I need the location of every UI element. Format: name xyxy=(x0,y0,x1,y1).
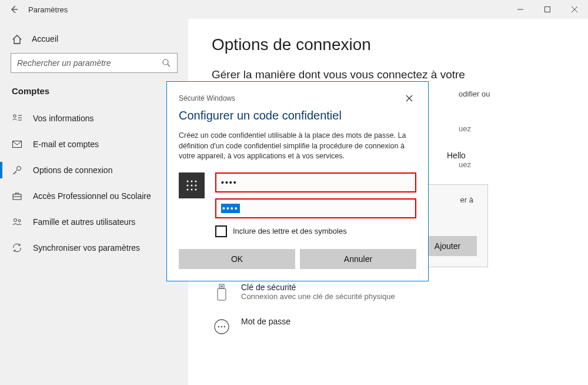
hello-title: Hello xyxy=(447,151,564,160)
sidebar-item-signin[interactable]: Options de connexion xyxy=(0,157,188,183)
pin-input-new[interactable]: •••• xyxy=(215,172,416,192)
pin-value: •••• xyxy=(221,204,240,213)
search-input[interactable] xyxy=(17,58,162,68)
svg-rect-11 xyxy=(222,286,223,287)
pin-value: •••• xyxy=(221,178,238,187)
sync-icon xyxy=(12,243,22,253)
section-heading: Gérer la manière dont vous vous connecte… xyxy=(212,68,564,81)
back-button[interactable] xyxy=(0,0,28,19)
key-icon xyxy=(12,165,22,175)
svg-rect-10 xyxy=(220,286,222,287)
mail-icon xyxy=(12,139,22,150)
svg-rect-9 xyxy=(218,288,226,300)
partial-text: odifier ou xyxy=(459,89,564,98)
svg-point-23 xyxy=(191,188,193,190)
svg-point-20 xyxy=(191,184,193,186)
home-label: Accueil xyxy=(32,34,58,44)
checkbox-label: Inclure des lettre et des symboles xyxy=(233,227,347,235)
sidebar-item-work[interactable]: Accès Professionnel ou Scolaire xyxy=(0,183,188,209)
sidebar-item-email[interactable]: E-mail et comptes xyxy=(0,131,188,157)
svg-point-22 xyxy=(187,188,189,190)
option-subtitle: Connexion avec une clé de sécurité physi… xyxy=(241,292,395,301)
usb-key-icon xyxy=(212,283,232,303)
include-symbols-checkbox[interactable]: Inclure des lettre et des symboles xyxy=(215,225,416,237)
option-security-key[interactable]: Clé de sécurité Connexion avec une clé d… xyxy=(212,278,564,312)
titlebar: Paramètres xyxy=(0,0,588,19)
dialog-header: Sécurité Windows xyxy=(179,94,235,102)
password-dots-icon xyxy=(212,317,232,337)
svg-point-4 xyxy=(17,167,21,171)
sidebar-item-label: Options de connexion xyxy=(33,165,112,175)
pin-input-confirm[interactable]: •••• xyxy=(215,198,416,218)
sidebar-item-label: Accès Professionnel ou Scolaire xyxy=(33,191,151,201)
minimize-button[interactable] xyxy=(507,0,534,19)
dialog-body: Créez un code confidentiel utilisable à … xyxy=(179,131,416,162)
svg-point-6 xyxy=(14,219,17,222)
search-icon xyxy=(162,58,171,68)
person-lines-icon xyxy=(12,113,22,124)
svg-point-24 xyxy=(195,188,197,190)
dialog-close-button[interactable] xyxy=(402,91,416,105)
svg-rect-0 xyxy=(545,7,550,12)
sidebar-item-label: Synchroniser vos paramètres xyxy=(33,243,140,253)
hello-sub: uez xyxy=(459,160,564,169)
partial-text: uez xyxy=(459,124,564,133)
sidebar-item-label: E-mail et comptes xyxy=(33,140,99,149)
svg-point-7 xyxy=(18,220,21,222)
sidebar-item-family[interactable]: Famille et autres utilisateurs xyxy=(0,209,188,235)
dialog-title: Configurer un code confidentiel xyxy=(179,109,416,122)
page-title: Options de connexion xyxy=(212,35,564,54)
svg-point-17 xyxy=(191,180,193,182)
svg-point-21 xyxy=(195,184,197,186)
category-title: Comptes xyxy=(0,82,188,105)
home-button[interactable]: Accueil xyxy=(0,28,188,49)
window-title: Paramètres xyxy=(28,5,68,14)
sidebar-item-label: Famille et autres utilisateurs xyxy=(33,217,135,227)
search-box[interactable] xyxy=(11,53,178,73)
sidebar: Accueil Comptes Vos informations E-mail … xyxy=(0,19,188,385)
cancel-button[interactable]: Annuler xyxy=(300,249,416,269)
briefcase-icon xyxy=(12,191,22,201)
svg-point-15 xyxy=(224,326,226,328)
svg-point-1 xyxy=(163,59,168,65)
svg-rect-8 xyxy=(219,284,224,288)
home-icon xyxy=(12,34,21,44)
sidebar-item-sync[interactable]: Synchroniser vos paramètres xyxy=(0,235,188,261)
keypad-icon xyxy=(179,172,205,198)
pin-setup-dialog: Sécurité Windows Configurer un code conf… xyxy=(166,81,429,281)
sidebar-item-info[interactable]: Vos informations xyxy=(0,105,188,131)
svg-point-14 xyxy=(221,326,223,328)
checkbox-box[interactable] xyxy=(215,225,227,237)
svg-point-19 xyxy=(187,184,189,186)
svg-point-18 xyxy=(195,180,197,182)
option-title: Clé de sécurité xyxy=(241,283,395,292)
sidebar-item-label: Vos informations xyxy=(33,114,94,123)
option-password[interactable]: Mot de passe xyxy=(212,312,564,346)
ok-button[interactable]: OK xyxy=(179,249,295,269)
svg-point-2 xyxy=(14,115,16,117)
close-button[interactable] xyxy=(561,0,588,19)
people-icon xyxy=(12,217,22,227)
maximize-button[interactable] xyxy=(534,0,561,19)
svg-point-13 xyxy=(218,326,220,328)
svg-point-16 xyxy=(187,180,189,182)
svg-rect-3 xyxy=(13,141,22,148)
option-title: Mot de passe xyxy=(241,317,290,326)
